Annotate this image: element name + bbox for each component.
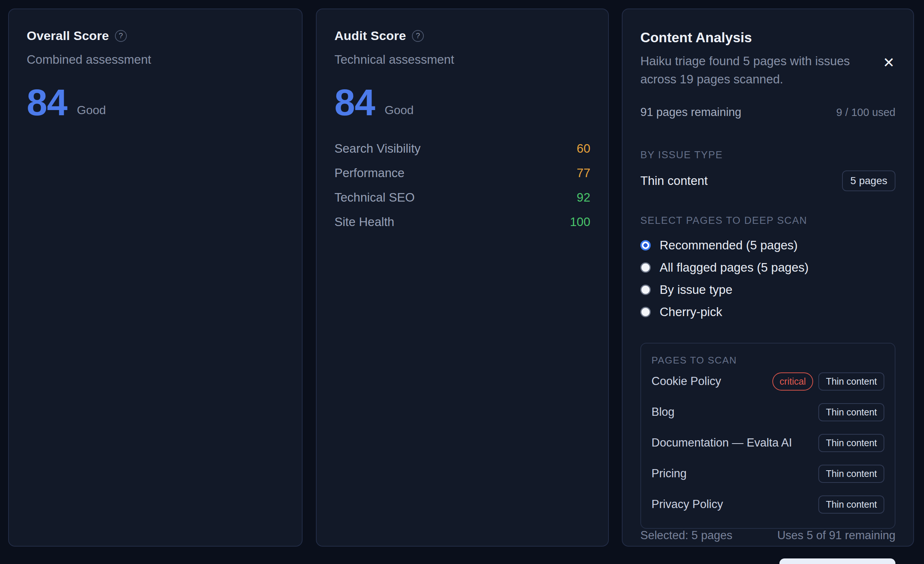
radio-option-recommended[interactable]: Recommended (5 pages) — [640, 238, 896, 252]
help-icon[interactable]: ? — [115, 30, 127, 42]
content-analysis-footer: Selected: 5 pages Uses 5 of 91 remaining… — [640, 529, 896, 564]
audit-score-card: Audit Score ? Technical assessment 84 Go… — [316, 9, 609, 547]
audit-score-value-row: 84 Good — [334, 86, 590, 118]
page-name: Cookie Policy — [651, 375, 721, 388]
overall-score-value: 84 — [27, 86, 67, 118]
page-name: Blog — [651, 405, 675, 419]
issue-type-name: Thin content — [640, 174, 708, 188]
page-row-blog: Blog Thin content — [651, 397, 884, 428]
audit-score-title: Audit Score — [334, 28, 406, 43]
run-deep-scan-button[interactable]: Run Deep Scan — [779, 558, 896, 564]
pages-used-label: 9 / 100 used — [836, 106, 896, 118]
metric-value: 77 — [577, 166, 590, 180]
metric-row-search-visibility: Search Visibility 60 — [334, 142, 590, 156]
page-row-privacy-policy: Privacy Policy Thin content — [651, 489, 884, 520]
metric-label: Site Health — [334, 215, 394, 229]
overall-score-value-row: 84 Good — [27, 86, 284, 118]
audit-score-rating: Good — [384, 103, 413, 118]
overall-score-subtitle: Combined assessment — [27, 52, 284, 67]
select-pages-label: SELECT PAGES TO DEEP SCAN — [640, 215, 896, 226]
metric-label: Technical SEO — [334, 190, 414, 205]
issue-type-row: Thin content 5 pages — [640, 171, 896, 191]
radio-unselected-icon[interactable] — [640, 262, 651, 273]
metric-label: Search Visibility — [334, 142, 420, 156]
overall-score-title: Overall Score — [27, 28, 109, 43]
page-row-cookie-policy: Cookie Policy critical Thin content — [651, 366, 884, 397]
radio-option-label: Recommended (5 pages) — [660, 238, 798, 252]
page-badges: Thin content — [818, 465, 884, 483]
overall-score-header: Overall Score ? — [27, 28, 284, 43]
selection-summary-row: Selected: 5 pages Uses 5 of 91 remaining — [640, 529, 896, 542]
selected-count-label: Selected: 5 pages — [640, 529, 732, 542]
radio-option-label: By issue type — [660, 283, 732, 297]
pages-to-scan-label: PAGES TO SCAN — [651, 355, 884, 366]
radio-selected-icon[interactable] — [640, 240, 651, 250]
pages-remaining-label: 91 pages remaining — [640, 106, 741, 119]
pages-to-scan-box: PAGES TO SCAN Cookie Policy critical Thi… — [640, 343, 896, 529]
overall-score-rating: Good — [77, 103, 106, 118]
issue-tag-badge: Thin content — [818, 465, 884, 483]
audit-metrics-list: Search Visibility 60 Performance 77 Tech… — [334, 142, 590, 239]
page-badges: Thin content — [818, 495, 884, 514]
by-issue-type-label: BY ISSUE TYPE — [640, 149, 896, 161]
radio-option-label: All flagged pages (5 pages) — [660, 260, 808, 275]
content-analysis-card: ✕ Content Analysis Haiku triage found 5 … — [622, 9, 914, 547]
uses-remaining-label: Uses 5 of 91 remaining — [777, 529, 896, 542]
issue-tag-badge: Thin content — [818, 434, 884, 452]
scan-mode-radio-group: Recommended (5 pages) All flagged pages … — [640, 238, 896, 327]
issue-tag-badge: Thin content — [818, 373, 884, 390]
quota-row: 91 pages remaining 9 / 100 used — [640, 106, 896, 119]
critical-badge: critical — [772, 373, 813, 390]
action-buttons-row: Cancel Run Deep Scan — [640, 558, 896, 564]
radio-option-by-issue-type[interactable]: By issue type — [640, 283, 896, 297]
page-name: Privacy Policy — [651, 498, 723, 511]
audit-score-value: 84 — [334, 86, 375, 118]
help-icon[interactable]: ? — [412, 30, 424, 42]
page-row-documentation: Documentation — Evalta AI Thin content — [651, 428, 884, 458]
issue-tag-badge: Thin content — [818, 495, 884, 514]
metric-value: 92 — [577, 190, 590, 205]
audit-score-header: Audit Score ? — [334, 28, 590, 43]
radio-option-label: Cherry-pick — [660, 305, 722, 319]
issue-count-badge: 5 pages — [842, 171, 896, 191]
metric-row-performance: Performance 77 — [334, 166, 590, 180]
metric-row-site-health: Site Health 100 — [334, 215, 590, 229]
page-badges: critical Thin content — [772, 373, 884, 390]
page-row-pricing: Pricing Thin content — [651, 458, 884, 489]
page-name: Pricing — [651, 467, 687, 480]
content-analysis-description: Haiku triage found 5 pages with issues a… — [640, 52, 878, 88]
radio-unselected-icon[interactable] — [640, 307, 651, 317]
audit-score-subtitle: Technical assessment — [334, 52, 590, 67]
page-badges: Thin content — [818, 403, 884, 421]
radio-option-cherry-pick[interactable]: Cherry-pick — [640, 305, 896, 319]
radio-unselected-icon[interactable] — [640, 284, 651, 295]
metric-label: Performance — [334, 166, 405, 180]
radio-option-all-flagged[interactable]: All flagged pages (5 pages) — [640, 260, 896, 275]
overall-score-card: Overall Score ? Combined assessment 84 G… — [8, 9, 303, 547]
metric-value: 60 — [577, 142, 590, 156]
metric-value: 100 — [570, 215, 590, 229]
page-badges: Thin content — [818, 434, 884, 452]
page-name: Documentation — Evalta AI — [651, 436, 792, 449]
issue-tag-badge: Thin content — [818, 403, 884, 421]
content-analysis-title: Content Analysis — [640, 30, 896, 46]
close-icon[interactable]: ✕ — [880, 54, 897, 71]
metric-row-technical-seo: Technical SEO 92 — [334, 190, 590, 205]
